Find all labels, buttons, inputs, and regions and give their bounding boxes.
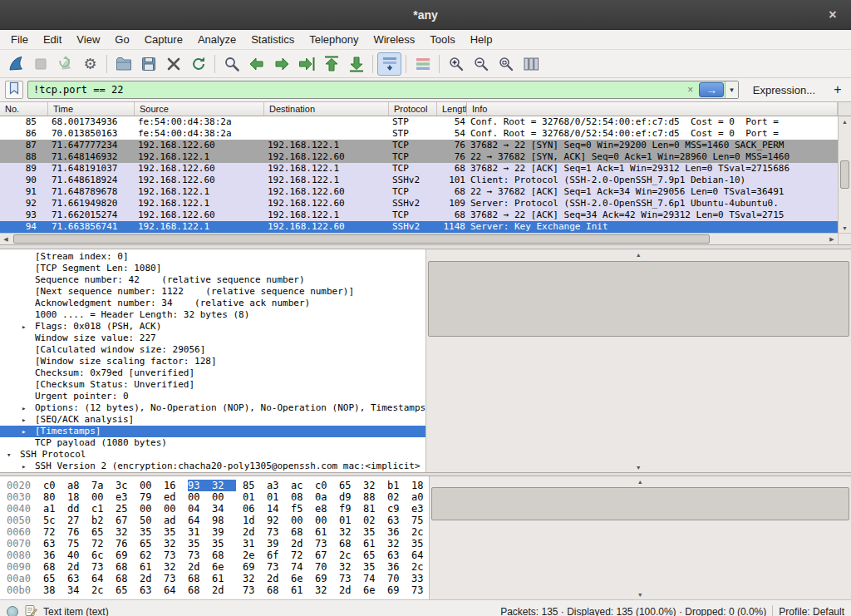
detail-line[interactable]: Checksum: 0x79ed [unverified]: [0, 367, 426, 379]
column-header-protocol[interactable]: Protocol: [389, 102, 437, 116]
detail-line[interactable]: Window size value: 227: [0, 333, 426, 344]
expert-info-icon[interactable]: [7, 606, 18, 616]
packet-row[interactable]: 8771.647777234192.168.122.60192.168.122.…: [0, 140, 838, 151]
save-capture-file-button[interactable]: [136, 52, 160, 76]
go-first-packet-button[interactable]: [319, 52, 343, 76]
column-header-source[interactable]: Source: [135, 102, 264, 116]
detail-line[interactable]: Acknowledgment number: 34 (relative ack …: [0, 298, 426, 309]
stop-capture-button[interactable]: [28, 52, 52, 76]
expander-open-icon[interactable]: ▾: [7, 451, 20, 459]
filter-input[interactable]: !tcp.port == 22: [28, 84, 681, 96]
expression-button[interactable]: Expression...: [743, 84, 825, 96]
titlebar[interactable]: *any ×: [0, 0, 851, 30]
packet-row[interactable]: 9271.661949820192.168.122.1192.168.122.6…: [0, 198, 838, 209]
restart-capture-button[interactable]: [53, 52, 77, 76]
hex-row[interactable]: 0090682d736861322d6e697374703235362ch-sh…: [7, 561, 429, 573]
bytes-vscrollbar[interactable]: ▲ ▼: [429, 476, 851, 599]
start-capture-button[interactable]: [3, 52, 27, 76]
status-profile[interactable]: Profile: Default: [779, 606, 844, 616]
detail-line[interactable]: ▾SSH Protocol: [0, 449, 426, 461]
detail-line[interactable]: ▸[Timestamps]: [0, 426, 426, 437]
menu-item-edit[interactable]: Edit: [36, 30, 69, 49]
close-capture-file-button[interactable]: [161, 52, 185, 76]
detail-line[interactable]: ▸[SEQ/ACK analysis]: [0, 414, 426, 426]
hex-row[interactable]: 0020c0a87a3c0016933285a3acc06532b118··z<…: [7, 480, 429, 491]
hex-row[interactable]: 00b038342c656364682d736861322d6e697384,e…: [7, 584, 429, 596]
window-close-button[interactable]: ×: [824, 7, 841, 23]
filter-apply-button[interactable]: →: [699, 82, 724, 97]
packet-row[interactable]: 9171.648789678192.168.122.1192.168.122.6…: [0, 186, 838, 198]
details-vscrollbar[interactable]: ▲ ▼: [426, 249, 851, 472]
scroll-down-icon[interactable]: ▼: [430, 589, 851, 599]
detail-line[interactable]: ▸SSH Version 2 (encryption:chacha20-poly…: [0, 461, 426, 472]
resize-columns-button[interactable]: [519, 52, 543, 76]
capture-options-button[interactable]: ⚙: [78, 52, 102, 76]
detail-line[interactable]: [Window size scaling factor: 128]: [0, 356, 426, 367]
capture-comment-icon[interactable]: [24, 604, 37, 616]
packet-row[interactable]: 9071.648618924192.168.122.60192.168.122.…: [0, 175, 838, 186]
menu-item-capture[interactable]: Capture: [137, 30, 190, 49]
packet-row[interactable]: 9471.663856741192.168.122.1192.168.122.6…: [0, 221, 838, 233]
menu-item-tools[interactable]: Tools: [422, 30, 462, 49]
scrollbar-thumb[interactable]: [431, 487, 850, 520]
scrollbar-thumb[interactable]: [13, 234, 710, 244]
go-last-packet-button[interactable]: [344, 52, 368, 76]
detail-line[interactable]: ▸Flags: 0x018 (PSH, ACK): [0, 321, 426, 333]
filter-dropdown-icon[interactable]: ▾: [725, 81, 738, 98]
menu-item-statistics[interactable]: Statistics: [243, 30, 302, 49]
scrollbar-thumb[interactable]: [428, 261, 850, 336]
zoom-out-button[interactable]: [469, 52, 493, 76]
column-header-destination[interactable]: Destination: [264, 102, 389, 116]
filter-entry[interactable]: !tcp.port == 22 × → ▾: [27, 81, 739, 99]
detail-line[interactable]: 1000 .... = Header Length: 32 bytes (8): [0, 309, 426, 321]
reload-capture-file-button[interactable]: [186, 52, 210, 76]
zoom-in-button[interactable]: [444, 52, 468, 76]
colorize-packets-button[interactable]: [411, 52, 435, 76]
scroll-down-icon[interactable]: ▼: [839, 223, 851, 233]
scroll-down-icon[interactable]: ▼: [426, 462, 851, 472]
scroll-up-icon[interactable]: ▲: [839, 116, 851, 126]
find-packet-button[interactable]: [219, 52, 243, 76]
packet-row[interactable]: 8871.648146932192.168.122.1192.168.122.6…: [0, 151, 838, 163]
menu-item-file[interactable]: File: [3, 30, 36, 49]
expander-closed-icon[interactable]: ▸: [22, 427, 35, 436]
open-capture-file-button[interactable]: [111, 52, 135, 76]
packet-list-vscrollbar[interactable]: ▲ ▼: [838, 116, 851, 233]
scroll-left-icon[interactable]: ◀: [0, 234, 12, 244]
menu-item-analyze[interactable]: Analyze: [190, 30, 243, 49]
filter-bookmark-button[interactable]: [5, 81, 23, 99]
scrollbar-thumb[interactable]: [840, 160, 849, 190]
hex-row[interactable]: 0070637572766532353531392d7368613235curv…: [7, 538, 429, 549]
scroll-up-icon[interactable]: ▲: [426, 249, 851, 259]
add-filter-button[interactable]: +: [829, 82, 846, 97]
detail-line[interactable]: ▸Options: (12 bytes), No-Operation (NOP)…: [0, 402, 426, 414]
column-header-length[interactable]: Length: [437, 102, 467, 116]
menu-item-telephony[interactable]: Telephony: [302, 30, 366, 49]
packet-row[interactable]: 8971.648191037192.168.122.60192.168.122.…: [0, 163, 838, 175]
expander-closed-icon[interactable]: ▸: [22, 323, 35, 331]
scroll-right-icon[interactable]: ▶: [826, 234, 838, 244]
zoom-100-button[interactable]: [494, 52, 518, 76]
detail-line[interactable]: Urgent pointer: 0: [0, 391, 426, 402]
hex-row[interactable]: 008036406c69627373682e6f72672c6563646@li…: [7, 549, 429, 561]
expander-closed-icon[interactable]: ▸: [22, 404, 35, 412]
go-forward-button[interactable]: [269, 52, 293, 76]
column-header-time[interactable]: Time: [48, 102, 135, 116]
packet-row[interactable]: 8670.013850163fe:54:00:d4:38:2aSTP54Conf…: [0, 128, 838, 140]
menu-item-view[interactable]: View: [69, 30, 107, 49]
hex-row[interactable]: 0040a1ddc125000004340614f5e8f981c9e3···%…: [7, 503, 429, 515]
go-to-packet-button[interactable]: [294, 52, 318, 76]
column-header-info[interactable]: Info: [467, 102, 838, 116]
detail-line[interactable]: TCP payload (1080 bytes): [0, 437, 426, 449]
detail-line[interactable]: [Checksum Status: Unverified]: [0, 379, 426, 391]
hex-row[interactable]: 006072766532353531392d7368613235362crve2…: [7, 526, 429, 538]
detail-line[interactable]: [TCP Segment Len: 1080]: [0, 263, 426, 274]
filter-clear-icon[interactable]: ×: [681, 84, 699, 96]
menu-item-wireless[interactable]: Wireless: [366, 30, 422, 49]
detail-line[interactable]: Sequence number: 42 (relative sequence n…: [0, 274, 426, 286]
detail-line[interactable]: [Next sequence number: 1122 (relative se…: [0, 286, 426, 298]
column-header-no[interactable]: No.: [0, 102, 48, 116]
menu-item-help[interactable]: Help: [463, 30, 500, 49]
packet-list-hscrollbar[interactable]: ◀ ▶: [0, 233, 851, 244]
expander-closed-icon[interactable]: ▸: [22, 462, 35, 471]
